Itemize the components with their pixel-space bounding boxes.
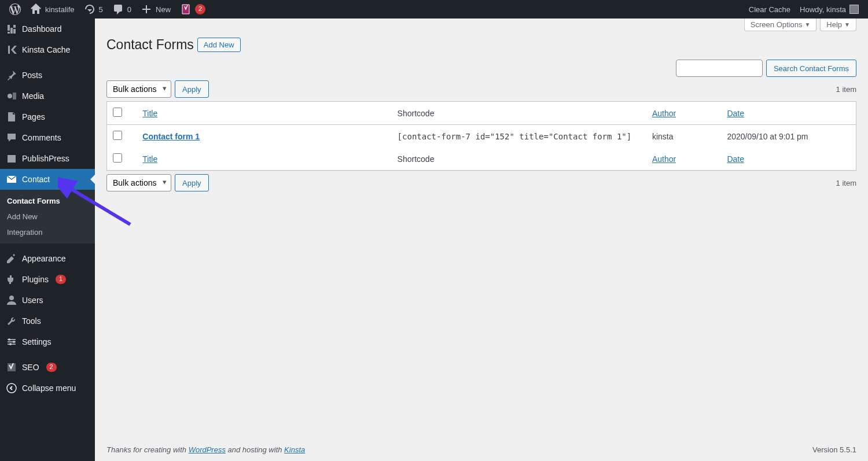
appearance-icon [6,253,17,264]
sidebar-item-settings[interactable]: Settings [0,331,95,352]
col-shortcode-foot: Shortcode [398,154,435,164]
new-label: New [156,5,171,14]
footer-thanks-2: and hosting with [226,445,284,454]
home-icon [30,3,42,15]
clear-cache-link[interactable]: Clear Cache [744,0,795,19]
version: Version 5.5.1 [812,445,856,454]
col-date[interactable]: Date [727,109,744,118]
admin-sidebar: Dashboard Kinsta Cache Posts Media Pages… [0,19,95,461]
plugin-icon [6,274,17,285]
page-title: Contact Forms [106,37,194,53]
svg-point-2 [8,338,10,341]
submenu-integration[interactable]: Integration [0,224,95,240]
sidebar-item-contact[interactable]: Contact [0,169,95,190]
svg-point-4 [9,343,12,345]
screen-options-tab[interactable]: Screen Options▼ [744,19,817,31]
sidebar-item-posts[interactable]: Posts [0,65,95,86]
svg-point-0 [8,94,12,98]
user-icon [6,294,17,306]
bulk-actions-select[interactable]: Bulk actions [106,80,171,98]
col-title-foot[interactable]: Title [142,154,157,164]
svg-point-5 [7,383,16,393]
submenu-add-new[interactable]: Add New [0,209,95,224]
help-tab[interactable]: Help▼ [820,19,856,31]
settings-icon [6,336,17,348]
col-author[interactable]: Author [652,109,676,118]
submenu-contact-forms[interactable]: Contact Forms [0,193,95,209]
sidebar-item-media[interactable]: Media [0,86,95,106]
site-name[interactable]: kinstalife [25,0,79,19]
col-author-foot[interactable]: Author [652,154,676,164]
footer-thanks-1: Thanks for creating with [106,445,189,454]
updates[interactable]: 5 [79,0,108,19]
sidebar-item-kinsta-cache[interactable]: Kinsta Cache [0,39,95,60]
howdy-account[interactable]: Howdy, kinsta [795,0,863,19]
collapse-icon [6,382,17,394]
page-icon [6,111,17,123]
col-shortcode: Shortcode [398,109,435,118]
col-title[interactable]: Title [142,109,157,118]
sidebar-item-plugins[interactable]: Plugins1 [0,269,95,290]
sidebar-item-seo[interactable]: SEO2 [0,357,95,378]
wordpress-link[interactable]: WordPress [189,445,226,454]
search-button[interactable]: Search Contact Forms [766,60,856,77]
item-count-top: 1 item [836,85,856,94]
site-title: kinstalife [45,5,75,14]
plus-icon [141,3,152,15]
howdy-text: Howdy, kinsta [800,5,846,14]
update-icon [84,3,95,15]
chevron-down-icon: ▼ [844,21,850,28]
table-row: Contact form 1 [contact-form-7 id="152" … [107,125,856,148]
avatar [849,5,859,14]
yoast-item[interactable]: 2 [175,0,210,19]
svg-point-1 [9,296,14,300]
dashboard-icon [6,23,17,35]
forms-table: Title Shortcode Author Date Contact form… [106,101,856,171]
chevron-down-icon: ▼ [804,21,810,28]
email-icon [6,174,17,185]
comment-count: 0 [127,5,131,14]
apply-button-top[interactable]: Apply [175,80,209,98]
row-checkbox[interactable] [113,131,122,140]
wordpress-icon [9,3,21,15]
footer: Thanks for creating with WordPress and h… [95,438,868,461]
sidebar-item-pages[interactable]: Pages [0,106,95,127]
sidebar-item-appearance[interactable]: Appearance [0,248,95,269]
comment-icon [112,3,124,15]
sidebar-item-publishpress[interactable]: PublishPress [0,148,95,169]
svg-point-3 [13,341,15,343]
calendar-icon [6,153,17,164]
admin-bar: kinstalife 5 0 New 2 Clear Cache Howdy, … [0,0,868,19]
comment-icon [6,132,17,143]
yoast-icon [6,362,17,373]
yoast-icon [180,3,192,15]
tools-icon [6,315,17,327]
sidebar-item-users[interactable]: Users [0,290,95,311]
collapse-menu[interactable]: Collapse menu [0,378,95,399]
plugins-badge: 1 [56,275,66,283]
updates-count: 5 [99,5,103,14]
bulk-actions-select-bottom[interactable]: Bulk actions [106,174,171,191]
yoast-badge: 2 [195,4,205,14]
sidebar-item-dashboard[interactable]: Dashboard [0,19,95,39]
kinsta-icon [6,44,17,56]
col-date-foot[interactable]: Date [727,154,744,164]
media-icon [6,90,17,102]
form-date: 2020/09/10 at 9:01 pm [727,132,808,141]
new-content[interactable]: New [136,0,175,19]
add-new-button[interactable]: Add New [197,38,241,52]
select-all-bottom[interactable] [113,153,122,163]
wp-logo[interactable] [5,0,25,19]
select-all-top[interactable] [113,108,122,117]
search-input[interactable] [676,60,763,77]
kinsta-link[interactable]: Kinsta [284,445,305,454]
content-area: Screen Options▼ Help▼ Contact Forms Add … [95,19,868,461]
sidebar-item-comments[interactable]: Comments [0,127,95,148]
sidebar-item-tools[interactable]: Tools [0,311,95,331]
apply-button-bottom[interactable]: Apply [175,174,209,191]
form-shortcode: [contact-form-7 id="152" title="Contact … [398,132,632,141]
form-title-link[interactable]: Contact form 1 [142,132,200,141]
item-count-bottom: 1 item [836,179,856,187]
comments-count[interactable]: 0 [108,0,136,19]
form-author: kinsta [652,132,674,141]
